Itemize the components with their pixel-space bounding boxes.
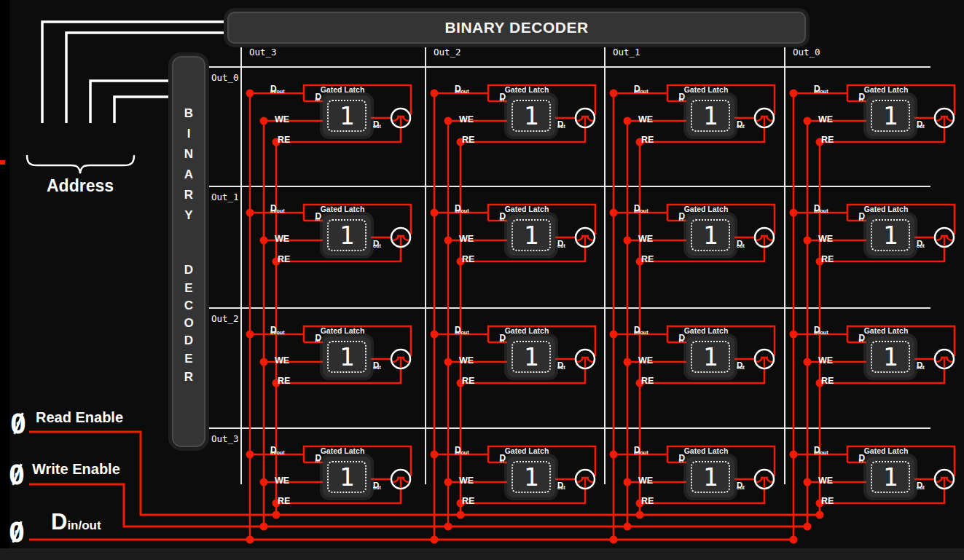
memory-cell: Din/out Gated Latch Din 1 WE RE Dout <box>241 186 423 307</box>
we-label: WE <box>638 114 653 125</box>
gated-latch-box: 1 <box>686 215 734 256</box>
din-label: Din <box>299 92 320 102</box>
we-label: WE <box>818 234 833 244</box>
left-decoder-letter: R <box>173 370 204 384</box>
latch-value: 1 <box>524 462 538 492</box>
dout-label: Dout <box>373 360 381 371</box>
re-label: RE <box>462 254 474 264</box>
latch-value: 1 <box>703 462 718 492</box>
latch-value-frame: 1 <box>327 219 367 251</box>
din-out-label: Din/out <box>455 325 469 335</box>
gated-latch-box: 1 <box>323 336 371 377</box>
din-out-label: Din/out <box>270 203 285 213</box>
left-decoder-letter: N <box>173 147 204 162</box>
gated-latch-box: 1 <box>686 336 734 377</box>
latch-value: 1 <box>703 342 718 371</box>
din-label: Din <box>299 453 320 463</box>
latch-value-frame: 1 <box>327 341 367 373</box>
latch-value: 1 <box>703 101 718 130</box>
we-label: WE <box>459 114 474 125</box>
din-label: Din <box>663 333 683 343</box>
dout-label: Dout <box>917 481 925 491</box>
we-label: WE <box>275 355 289 366</box>
memory-cell: Din/out Gated Latch Din 1 WE RE Dout <box>426 67 608 187</box>
gated-latch-box: 1 <box>323 457 371 497</box>
latch-value: 1 <box>524 221 538 250</box>
dout-label: Dout <box>373 481 381 491</box>
din-label: Din <box>299 211 320 221</box>
left-decoder-letter: D <box>173 263 204 277</box>
din-label: Din <box>843 333 863 343</box>
memory-cell: Din/out Gated Latch Din 1 WE RE Dout <box>426 428 608 548</box>
latch-value: 1 <box>524 101 538 130</box>
latch-value-frame: 1 <box>512 100 551 132</box>
latch-value: 1 <box>883 221 898 250</box>
dout-label: Dout <box>373 119 381 130</box>
latch-value-frame: 1 <box>871 341 910 373</box>
data-in-out-value: 0 <box>7 518 26 546</box>
left-binary-decoder: BINARYDECODER <box>172 56 205 447</box>
latch-value-frame: 1 <box>691 461 730 493</box>
we-label: WE <box>459 234 474 244</box>
din-label: Din <box>299 333 320 343</box>
column-label: Out_1 <box>613 47 640 58</box>
memory-cell: Din/out Gated Latch Din 1 WE RE Dout <box>605 67 787 187</box>
left-decoder-letter: A <box>173 167 204 182</box>
top-binary-decoder: BINARY DECODER <box>227 12 806 44</box>
re-label: RE <box>278 496 290 506</box>
memory-cell: Din/out Gated Latch Din 1 WE RE Dout <box>785 186 964 307</box>
we-label: WE <box>459 355 474 366</box>
din-label: Din <box>663 453 683 463</box>
data-in-out-label: Din/out <box>51 510 101 533</box>
latch-value: 1 <box>703 221 718 250</box>
address-label: Address <box>33 176 128 196</box>
row-label: Out_0 <box>211 72 239 83</box>
din-out-label: Din/out <box>634 84 648 94</box>
dout-label: Dout <box>737 119 745 130</box>
din-label: Din <box>843 211 863 221</box>
latch-value-frame: 1 <box>871 219 910 251</box>
din-label: Din <box>663 92 683 102</box>
we-label: WE <box>459 476 474 486</box>
top-binary-decoder-label: BINARY DECODER <box>444 19 588 36</box>
latch-value-frame: 1 <box>691 100 730 132</box>
we-label: WE <box>638 355 653 366</box>
left-decoder-letter: I <box>173 127 204 141</box>
gated-latch-box: 1 <box>323 95 371 136</box>
din-out-label: Din/out <box>270 445 285 455</box>
dout-label: Dout <box>737 481 745 491</box>
memory-cell: Din/out Gated Latch Din 1 WE RE Dout <box>785 67 964 187</box>
din-label: Din <box>843 92 863 102</box>
latch-value-frame: 1 <box>512 341 551 373</box>
memory-cell: Din/out Gated Latch Din 1 WE RE Dout <box>605 428 787 548</box>
latch-value-frame: 1 <box>691 341 730 373</box>
left-decoder-letter: B <box>173 106 204 121</box>
gated-latch-box: 1 <box>866 457 914 497</box>
re-label: RE <box>821 135 834 145</box>
left-decoder-letter: E <box>173 281 204 296</box>
memory-cell: Din/out Gated Latch Din 1 WE RE Dout <box>241 67 423 187</box>
re-label: RE <box>278 254 290 264</box>
read-enable-value: 0 <box>9 410 28 438</box>
dout-label: Dout <box>557 119 565 130</box>
re-label: RE <box>278 135 290 145</box>
latch-value: 1 <box>883 101 898 130</box>
din-label: Din <box>663 211 683 221</box>
column-label: Out_2 <box>434 47 461 58</box>
dout-label: Dout <box>737 239 745 249</box>
latch-value: 1 <box>340 101 354 130</box>
latch-value-frame: 1 <box>327 461 367 493</box>
latch-value: 1 <box>883 462 898 492</box>
din-out-label: Din/out <box>814 84 828 94</box>
we-label: WE <box>275 234 289 244</box>
din-out-label: Din/out <box>270 84 285 94</box>
latch-value: 1 <box>524 342 538 371</box>
latch-value: 1 <box>340 462 354 492</box>
din-label: Din <box>484 92 504 102</box>
we-label: WE <box>638 234 653 244</box>
latch-value-frame: 1 <box>512 461 551 493</box>
dout-label: Dout <box>557 481 565 491</box>
dout-label: Dout <box>917 119 925 130</box>
re-label: RE <box>821 254 834 264</box>
re-label: RE <box>641 254 654 264</box>
